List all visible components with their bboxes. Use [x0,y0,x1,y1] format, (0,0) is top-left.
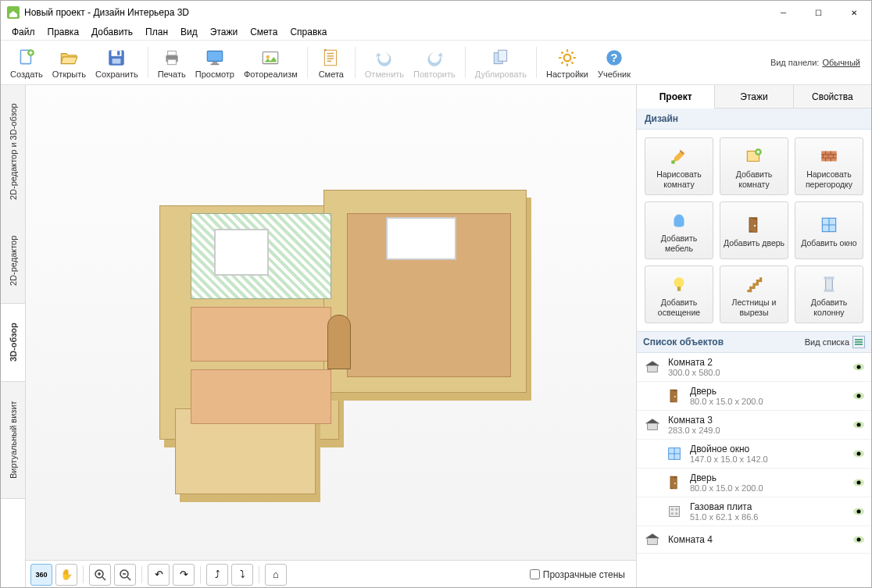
rotate-right-button[interactable]: ↷ [173,564,195,586]
create-button[interactable]: Создать [5,41,48,84]
sep [465,47,466,78]
add-room-button[interactable]: Добавить комнату [720,137,788,195]
visibility-icon[interactable] [852,533,865,546]
open-button[interactable]: Открыть [48,41,91,84]
list-item[interactable]: Газовая плита51.0 x 62.1 x 86.6 [637,497,871,526]
object-icon [665,444,684,463]
menu-estimate[interactable]: Смета [244,25,284,39]
object-icon [643,530,662,549]
list-item[interactable]: Дверь80.0 x 15.0 x 200.0 [637,382,871,411]
rotate-left-button[interactable]: ↶ [148,564,170,586]
transparent-walls-input[interactable] [530,569,540,579]
new-icon [16,47,38,69]
gear-icon [556,47,578,69]
stairs-button[interactable]: Лестницы и вырезы [720,265,788,323]
add-furniture-button[interactable]: Добавить мебель [645,201,713,259]
tilt-down-button[interactable]: ⤵ [231,564,253,586]
design-header: Дизайн [637,109,871,130]
add-window-button[interactable]: Добавить окно [795,201,863,259]
visibility-icon[interactable] [852,390,865,402]
list-item[interactable]: Дверь80.0 x 15.0 x 200.0 [637,469,871,497]
settings-button[interactable]: Настройки [541,41,593,84]
object-name: Комната 3 [668,415,852,426]
viewport-3d[interactable]: 360 ✋ ↶ ↷ ⤴ ⤵ ⌂ Прозрачные стены [26,85,637,588]
object-dimensions: 51.0 x 62.1 x 86.6 [690,512,852,522]
estimate-button[interactable]: Смета [313,41,350,84]
home-view-button[interactable]: ⌂ [265,564,287,586]
print-icon [161,47,183,69]
add-door-button[interactable]: Добавить дверь [720,201,788,259]
svg-rect-43 [855,341,863,343]
window-title: Новый проект - Дизайн Интерьера 3D [24,7,766,18]
add-column-button[interactable]: Добавить колонну [795,265,863,323]
tab-properties[interactable]: Свойства [794,85,871,108]
list-item[interactable]: Комната 3283.0 x 249.0 [637,411,871,440]
scene[interactable] [26,85,636,560]
tutorial-button[interactable]: Учебник [593,41,635,84]
visibility-icon[interactable] [852,361,865,373]
draw-room-button[interactable]: Нарисовать комнату [645,137,713,195]
menu-view[interactable]: Вид [174,25,204,39]
sep [307,47,308,78]
menu-plan[interactable]: План [139,25,174,39]
list-mode-icon[interactable] [852,336,865,348]
undo-button[interactable]: Отменить [360,41,409,84]
duplicate-button[interactable]: Дублировать [470,41,531,84]
list-icon [320,47,342,69]
list-item[interactable]: Комната 2300.0 x 580.0 [637,353,871,382]
draw-partition-button[interactable]: Нарисовать перегородку [795,137,863,195]
tab-virtual-visit[interactable]: Виртуальный визит [1,382,25,499]
list-item[interactable]: Двойное окно147.0 x 15.0 x 142.0 [637,440,871,469]
tab-2d-and-3d[interactable]: 2D-редактор и 3D-обзор [1,85,25,218]
list-item[interactable]: Комната 4 [637,526,871,554]
pan-button[interactable]: ✋ [55,564,77,586]
stairs-icon [743,273,765,295]
window-icon [818,214,840,236]
left-tab-strip: 2D-редактор и 3D-обзор 2D-редактор 3D-об… [1,85,26,588]
menu-file[interactable]: Файл [5,25,41,39]
tab-project[interactable]: Проект [637,85,715,109]
object-icon [665,473,684,492]
menu-help[interactable]: Справка [284,25,333,39]
svg-rect-42 [855,339,863,340]
model [128,143,534,502]
tab-floors[interactable]: Этажи [715,85,793,108]
save-icon [105,47,127,69]
object-list[interactable]: Комната 2300.0 x 580.0Дверь80.0 x 15.0 x… [637,353,871,588]
zoom-in-button[interactable] [89,564,111,586]
add-lighting-button[interactable]: Добавить освещение [645,265,713,323]
menu-edit[interactable]: Правка [41,25,86,39]
visibility-icon[interactable] [852,476,865,489]
titlebar: Новый проект - Дизайн Интерьера 3D ─ ☐ ✕ [1,1,871,24]
object-name: Двойное окно [690,444,852,454]
open-icon [58,47,80,69]
tab-2d[interactable]: 2D-редактор [1,218,25,304]
undo-icon [373,47,395,69]
object-name: Комната 2 [668,357,852,368]
visibility-icon[interactable] [852,447,865,460]
menu-floors[interactable]: Этажи [204,25,244,39]
app-icon [7,6,20,19]
visibility-icon[interactable] [852,505,865,518]
close-button[interactable]: ✕ [836,1,871,24]
design-grid: Нарисовать комнату Добавить комнату Нари… [637,130,871,331]
object-icon [643,358,662,376]
tilt-up-button[interactable]: ⤴ [206,564,228,586]
maximize-button[interactable]: ☐ [801,1,836,24]
menu-add[interactable]: Добавить [85,25,139,39]
minimize-button[interactable]: ─ [766,1,801,24]
orbit-360-button[interactable]: 360 [30,564,52,586]
visibility-icon[interactable] [852,419,865,431]
save-button[interactable]: Сохранить [91,41,143,84]
toolbar: Создать Открыть Сохранить Печать Просмот… [1,40,871,85]
transparent-walls-checkbox[interactable]: Прозрачные стены [530,569,631,580]
panel-mode-link[interactable]: Обычный [822,58,867,67]
print-button[interactable]: Печать [153,41,191,84]
photoreal-button[interactable]: Фотореализм [239,41,302,84]
zoom-out-button[interactable] [114,564,136,586]
redo-icon [423,47,445,69]
preview-button[interactable]: Просмотр [191,41,239,84]
object-name: Дверь [690,386,852,397]
tab-3d[interactable]: 3D-обзор [1,304,25,382]
redo-button[interactable]: Повторить [409,41,460,84]
